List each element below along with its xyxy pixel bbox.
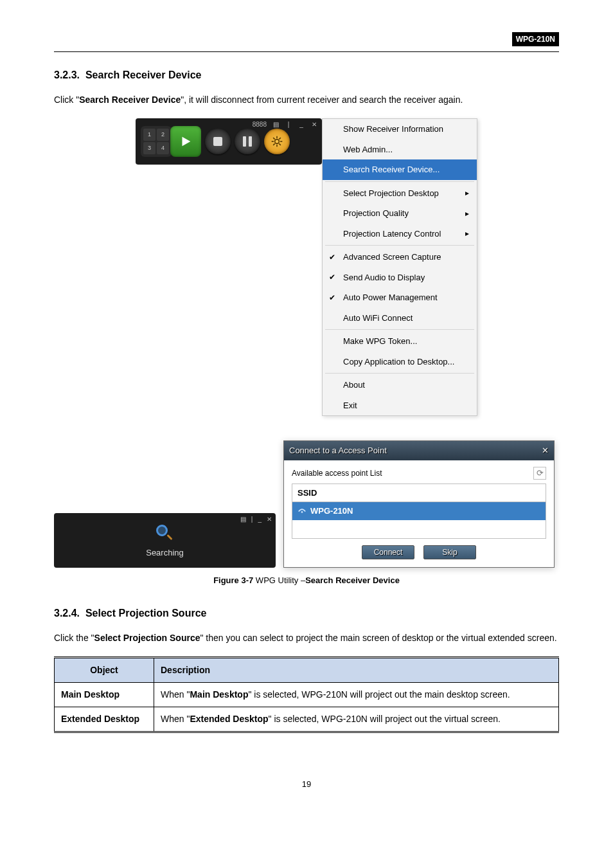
svg-line-7 bbox=[279, 143, 281, 145]
svg-point-1 bbox=[275, 140, 280, 144]
quadrant-2[interactable]: 2 bbox=[157, 129, 169, 141]
cell-object: Extended Desktop bbox=[55, 707, 154, 732]
section-select-projection-source-heading: 3.2.4. Select Projection Source bbox=[54, 606, 559, 621]
label: About bbox=[343, 379, 365, 392]
text: Click " bbox=[54, 95, 79, 105]
minimize-icon[interactable]: _ bbox=[258, 514, 262, 524]
text: When " bbox=[161, 689, 190, 700]
dialog-titlebar: Connect to a Access Point ✕ bbox=[284, 441, 554, 460]
menu-icon[interactable]: ▤ bbox=[272, 120, 280, 129]
col-object-header: Object bbox=[55, 658, 154, 683]
section-title: Select Projection Source bbox=[85, 608, 207, 619]
menu-make-wpg-token[interactable]: Make WPG Token... bbox=[323, 331, 477, 352]
separator bbox=[325, 329, 474, 330]
label: Send Audio to Display bbox=[343, 271, 425, 284]
menu-icon[interactable]: ▤ bbox=[240, 514, 246, 524]
menu-auto-power-management[interactable]: Auto Power Management bbox=[323, 287, 477, 308]
figure-number: Figure 3-7 bbox=[213, 575, 253, 585]
quadrant-1[interactable]: 1 bbox=[143, 129, 155, 141]
table-row: Main Desktop When "Main Desktop" is sele… bbox=[55, 683, 559, 707]
section-number: 3.2.4. bbox=[54, 608, 80, 619]
text: ", it will disconnect from current recei… bbox=[181, 95, 463, 105]
menu-projection-quality[interactable]: Projection Quality▸ bbox=[323, 203, 477, 224]
quadrant-4[interactable]: 4 bbox=[157, 142, 169, 154]
table-row: Extended Desktop When "Extended Desktop"… bbox=[55, 707, 559, 732]
close-icon[interactable]: ✕ bbox=[310, 120, 318, 129]
settings-button[interactable] bbox=[264, 129, 290, 154]
menu-copy-application-to-desktop[interactable]: Copy Application to Desktop... bbox=[323, 352, 477, 372]
text-bold: Search Receiver Device bbox=[305, 575, 400, 585]
text-bold: Extended Desktop bbox=[190, 714, 268, 724]
menu-auto-wifi-connect[interactable]: Auto WiFi Connect bbox=[323, 308, 477, 329]
text: " is selected, WPG-210N will project out… bbox=[248, 689, 510, 700]
label: Copy Application to Desktop... bbox=[343, 356, 454, 368]
refresh-button[interactable]: ⟳ bbox=[533, 467, 546, 480]
menu-show-receiver-info[interactable]: Show Receiver Information bbox=[323, 119, 477, 140]
page-number: 19 bbox=[54, 778, 559, 791]
svg-point-10 bbox=[301, 511, 303, 513]
gear-icon bbox=[271, 135, 283, 148]
close-icon[interactable]: ✕ bbox=[542, 444, 549, 457]
skip-button[interactable]: Skip bbox=[423, 545, 476, 559]
label: Show Receiver Information bbox=[343, 123, 443, 136]
submenu-arrow-icon: ▸ bbox=[465, 187, 469, 199]
close-icon[interactable]: ✕ bbox=[267, 514, 272, 524]
submenu-arrow-icon: ▸ bbox=[465, 228, 469, 239]
label: Make WPG Token... bbox=[343, 335, 417, 348]
menu-web-admin[interactable]: Web Admin... bbox=[323, 140, 477, 160]
separator bbox=[325, 373, 474, 374]
svg-line-9 bbox=[279, 138, 281, 140]
menu-send-audio-to-display[interactable]: Send Audio to Display bbox=[323, 267, 477, 288]
toolbar-titlebar: 8888 ▤ | _ ✕ bbox=[253, 120, 318, 129]
available-ap-label: Available access point List bbox=[292, 467, 382, 479]
text: " is selected, WPG-210N will project out… bbox=[269, 714, 501, 724]
quadrant-selector[interactable]: 1 2 3 4 bbox=[141, 126, 172, 157]
searching-label: Searching bbox=[146, 547, 184, 559]
object-description-table: Object Description Main Desktop When "Ma… bbox=[54, 656, 559, 733]
pause-icon bbox=[243, 136, 252, 147]
text: " then you can select to project the mai… bbox=[200, 633, 557, 643]
menu-about[interactable]: About bbox=[323, 375, 477, 395]
separator: | bbox=[251, 514, 253, 524]
header-rule bbox=[54, 51, 559, 52]
menu-advanced-screen-capture[interactable]: Advanced Screen Capture bbox=[323, 247, 477, 267]
menu-select-projection-desktop[interactable]: Select Projection Desktop▸ bbox=[323, 183, 477, 204]
figure-toolbar-menu: 8888 ▤ | _ ✕ 1 2 3 4 bbox=[54, 118, 559, 568]
play-icon bbox=[179, 134, 193, 149]
section-number: 3.2.3. bbox=[54, 69, 80, 80]
label: Search Receiver Device... bbox=[343, 163, 440, 176]
col-description-header: Description bbox=[154, 658, 559, 683]
quadrant-3[interactable]: 3 bbox=[143, 142, 155, 154]
svg-marker-0 bbox=[182, 137, 191, 147]
label: Select Projection Desktop bbox=[343, 187, 439, 200]
text: WPG Utility – bbox=[253, 575, 305, 585]
label: Auto WiFi Connect bbox=[343, 312, 413, 325]
context-menu: Show Receiver Information Web Admin... S… bbox=[322, 118, 477, 416]
stop-icon bbox=[213, 137, 222, 146]
text: When " bbox=[161, 714, 190, 724]
label: Auto Power Management bbox=[343, 291, 438, 304]
label: Web Admin... bbox=[343, 143, 393, 156]
text-bold: Select Projection Source bbox=[94, 633, 200, 643]
ap-ssid: WPG-210N bbox=[310, 505, 353, 518]
ap-list-table: SSID WPG-210N bbox=[292, 484, 546, 539]
figure-caption: Figure 3-7 WPG Utility –Search Receiver … bbox=[54, 574, 559, 587]
play-button[interactable] bbox=[170, 126, 201, 157]
cell-description: When "Extended Desktop" is selected, WPG… bbox=[154, 707, 559, 732]
wifi-icon bbox=[298, 505, 306, 518]
separator bbox=[325, 245, 474, 246]
section-search-receiver-intro: Click "Search Receiver Device", it will … bbox=[54, 93, 559, 107]
menu-search-receiver-device[interactable]: Search Receiver Device... bbox=[323, 159, 477, 180]
text: Click the " bbox=[54, 633, 94, 643]
ap-row[interactable]: WPG-210N bbox=[292, 502, 546, 520]
wpg-toolbar: 8888 ▤ | _ ✕ 1 2 3 4 bbox=[136, 118, 322, 165]
connect-button[interactable]: Connect bbox=[362, 545, 414, 559]
minimize-icon[interactable]: _ bbox=[298, 120, 305, 129]
section-select-projection-source-intro: Click the "Select Projection Source" the… bbox=[54, 631, 559, 645]
menu-exit[interactable]: Exit bbox=[323, 395, 477, 416]
menu-projection-latency-control[interactable]: Projection Latency Control▸ bbox=[323, 224, 477, 244]
pause-button[interactable] bbox=[235, 129, 260, 154]
col-ssid-header: SSID bbox=[292, 484, 546, 503]
stop-button[interactable] bbox=[205, 129, 231, 154]
label: Advanced Screen Capture bbox=[343, 251, 441, 264]
